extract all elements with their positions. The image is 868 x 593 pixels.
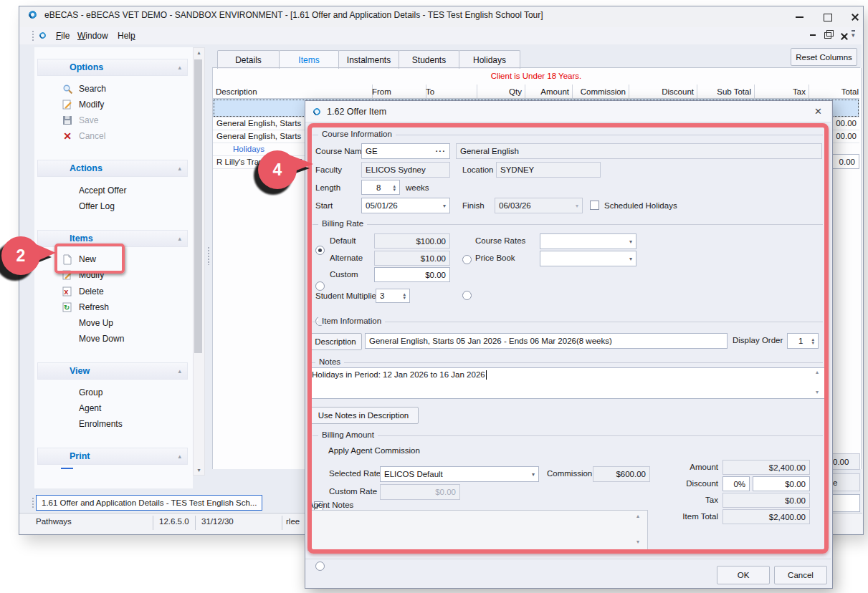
start-date-dropdown[interactable]: 05/01/26▾ (361, 198, 450, 213)
sidebar-scrollbar[interactable]: ▴ ▾ (193, 47, 205, 476)
chevron-down-icon[interactable]: ▾ (443, 203, 446, 209)
tabbar-grip[interactable] (32, 497, 34, 509)
scroll-down-icon[interactable]: ▾ (194, 467, 204, 473)
sidebar-section-view[interactable]: View ▴ (37, 362, 188, 380)
tab-holidays[interactable]: Holidays (459, 50, 520, 69)
alternate-rate-radio[interactable] (315, 281, 325, 291)
selected-rate-dropdown[interactable]: ELICOS Default▾ (380, 466, 539, 482)
column-header-tax[interactable]: Tax (751, 85, 809, 98)
column-header-commission[interactable]: Commission (569, 85, 629, 98)
stepper-arrows-icon[interactable]: ▴▾ (393, 184, 396, 191)
collapse-icon[interactable]: ▴ (178, 367, 181, 375)
cell-total: 00.00 (836, 132, 857, 140)
notes-scrollbar[interactable]: ▴ (816, 369, 819, 375)
tab-students[interactable]: Students (399, 50, 459, 69)
scroll-up-icon[interactable]: ▴ (636, 513, 639, 519)
groupbox-legend: Course Information (318, 130, 396, 138)
discount-percent-field[interactable]: 0% (722, 476, 750, 491)
custom-rate-field-billing[interactable]: $0.00 (374, 267, 450, 282)
cancel-button[interactable]: Cancel (774, 566, 827, 584)
custom-rate-radio[interactable] (315, 561, 325, 571)
course-rates-radio[interactable] (462, 255, 472, 264)
tab-items[interactable]: Items (279, 50, 339, 69)
scroll-up-icon[interactable]: ▴ (194, 49, 204, 56)
notes-textarea[interactable]: Holidays in Period: 12 Jan 2026 to 16 Ja… (307, 367, 826, 399)
agent-notes-scroll-up[interactable]: ▴ (636, 513, 639, 519)
display-order-stepper[interactable]: 1 ▴▾ (787, 333, 819, 349)
tab-instalments[interactable]: Instalments (338, 50, 399, 69)
description-button[interactable]: Description (309, 333, 362, 350)
chevron-down-icon[interactable]: ▾ (532, 471, 535, 478)
agent-notes-textarea[interactable] (307, 510, 648, 551)
mdi-minimize-button[interactable] (806, 29, 819, 42)
ok-button[interactable]: OK (717, 566, 770, 584)
maximize-button[interactable] (816, 9, 840, 25)
sidebar-item-refresh[interactable]: ↻ Refresh (37, 299, 186, 315)
sidebar-item-modify[interactable]: Modify (37, 97, 186, 112)
default-rate-radio[interactable] (315, 246, 325, 255)
dialog-close-icon[interactable]: ✕ (814, 106, 822, 117)
open-window-tab[interactable]: 1.61 Offer and Application Details - TES… (36, 495, 262, 511)
notes-scrollbar-down[interactable]: ▾ (816, 389, 819, 395)
menu-file[interactable]: File (52, 29, 74, 42)
stepper-arrows-icon[interactable]: ▴▾ (403, 292, 406, 299)
column-header-amount[interactable]: Amount (522, 85, 573, 98)
price-book-radio[interactable] (462, 291, 472, 300)
column-header-total[interactable]: Total (806, 85, 862, 98)
sidebar-item-delete[interactable]: x Delete (37, 284, 186, 299)
chevron-down-icon[interactable]: ▾ (629, 238, 632, 245)
button-tail-fragment: e (829, 473, 860, 491)
sidebar-item-cancel[interactable]: ✕ Cancel (37, 128, 186, 144)
scroll-down-icon[interactable]: ▾ (816, 389, 819, 395)
student-multiplier-stepper[interactable]: 3 ▴▾ (376, 289, 410, 303)
offer-total-fragment: 0.00 (829, 453, 860, 470)
column-header-to[interactable]: To (423, 85, 477, 98)
price-book-dropdown[interactable]: ▾ (540, 251, 636, 266)
course-code-field[interactable]: GE ··· (361, 143, 450, 159)
menubar-overflow-icon[interactable]: ▾ (852, 30, 855, 39)
minimize-button[interactable] (787, 9, 811, 25)
modify-icon (62, 99, 73, 110)
chevron-down-icon[interactable]: ▾ (629, 256, 632, 262)
collapse-icon[interactable]: ▴ (178, 453, 181, 460)
sidebar-item-label: Refresh (79, 302, 109, 312)
discount-amount-field[interactable]: $0.00 (753, 476, 810, 491)
menu-help[interactable]: Help (113, 29, 140, 42)
course-lookup-ellipsis-icon[interactable]: ··· (436, 147, 447, 155)
use-notes-in-description-button[interactable]: Use Notes in Description (308, 407, 419, 424)
sidebar-section-actions[interactable]: Actions ▴ (37, 160, 188, 177)
scroll-up-icon[interactable]: ▴ (816, 369, 819, 375)
amount-field: $2,400.00 (722, 460, 810, 475)
close-button[interactable] (843, 9, 867, 25)
menubar-grip[interactable] (32, 30, 34, 42)
sidebar-item-save[interactable]: Save (37, 112, 186, 128)
mdi-restore-button[interactable] (821, 29, 834, 42)
sidebar-scrollbar-thumb[interactable] (194, 59, 202, 353)
column-header-from[interactable]: From (369, 85, 426, 98)
course-rates-dropdown[interactable]: ▾ (540, 233, 636, 249)
splitter-handle[interactable] (207, 246, 210, 265)
column-header-qty[interactable]: Qty (474, 85, 525, 98)
collapse-icon[interactable]: ▴ (178, 165, 181, 172)
mdi-close-button[interactable] (836, 29, 849, 42)
column-header-discount[interactable]: Discount (626, 85, 697, 98)
collapse-icon[interactable]: ▴ (178, 235, 181, 242)
sidebar-section-options[interactable]: Options ▴ (37, 59, 188, 76)
finish-date-dropdown[interactable]: 06/03/26▾ (495, 198, 583, 213)
scroll-down-icon[interactable]: ▾ (636, 539, 639, 545)
reset-columns-button[interactable]: Reset Columns (791, 48, 857, 66)
menu-window[interactable]: Window (73, 29, 113, 42)
column-header-description[interactable]: Description (213, 85, 373, 98)
tab-details[interactable]: Details (217, 50, 280, 69)
sidebar-item-search[interactable]: Search (37, 81, 186, 97)
sidebar-section-print[interactable]: Print ▴ (37, 448, 188, 465)
stepper-arrows-icon[interactable]: ▴▾ (811, 337, 814, 344)
length-stepper[interactable]: 8 ▴▾ (361, 180, 400, 195)
button-label: Description (315, 337, 356, 346)
scheduled-holidays-checkbox[interactable] (590, 201, 599, 210)
column-header-subtotal[interactable]: Sub Total (694, 85, 755, 98)
dialog-title-bar[interactable]: 1.62 Offer Item ✕ (305, 101, 831, 122)
agent-notes-scroll-down[interactable]: ▾ (636, 539, 639, 545)
collapse-icon[interactable]: ▴ (178, 64, 181, 71)
description-field[interactable]: General English, Starts 05 Jan 2026 - En… (365, 333, 728, 349)
